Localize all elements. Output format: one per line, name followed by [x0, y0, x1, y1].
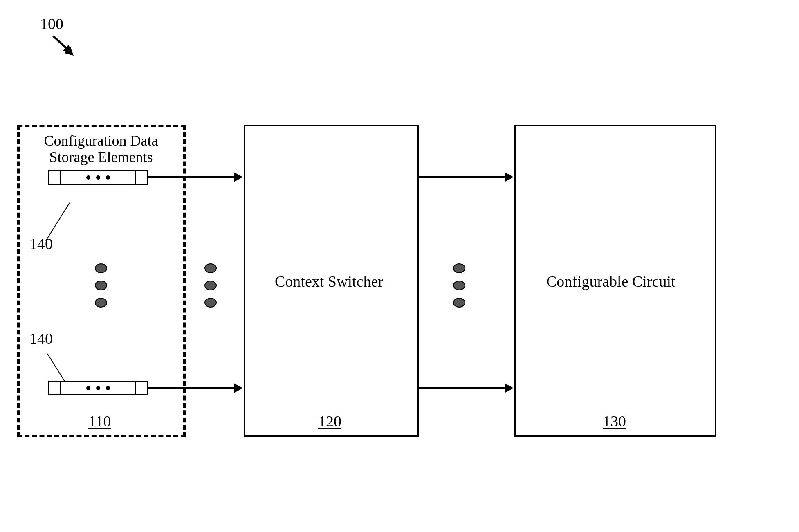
storage-element-top [48, 170, 148, 185]
vertical-ellipsis-arrows2-icon [453, 263, 465, 308]
arrow-head-icon [234, 383, 243, 393]
ref-130: 130 [603, 413, 626, 430]
dot-icon [86, 175, 90, 180]
figure-ref-100: 100 [40, 16, 63, 33]
arrow-top-storage-to-switcher [148, 176, 235, 178]
arrow-100-icon [49, 32, 86, 65]
ref-140-top: 140 [29, 236, 53, 253]
arrow-head-icon [234, 172, 243, 182]
ref-120: 120 [318, 413, 341, 430]
context-switcher-title: Context Switcher [275, 273, 383, 290]
configurable-circuit-title: Configurable Circuit [546, 273, 676, 290]
ref-140-bottom: 140 [29, 330, 53, 348]
dot-icon [96, 386, 100, 390]
arrow-head-icon [505, 172, 514, 182]
arrow-head-icon [505, 383, 514, 393]
arrow-bottom-storage-to-switcher [148, 387, 235, 389]
dot-icon [106, 175, 110, 180]
dot-icon [106, 386, 110, 390]
dot-icon [96, 175, 100, 180]
arrow-bottom-switcher-to-circuit [419, 387, 505, 389]
diagram-canvas: 100 Configuration Data Storage Elements … [0, 0, 799, 532]
dot-icon [86, 386, 90, 390]
arrow-top-switcher-to-circuit [419, 176, 505, 178]
storage-element-bottom [48, 381, 148, 395]
vertical-ellipsis-storage-icon [95, 263, 107, 308]
ref-110: 110 [88, 413, 111, 430]
vertical-ellipsis-arrows1-icon [204, 263, 217, 308]
config-data-storage-title: Configuration Data Storage Elements [29, 133, 173, 165]
